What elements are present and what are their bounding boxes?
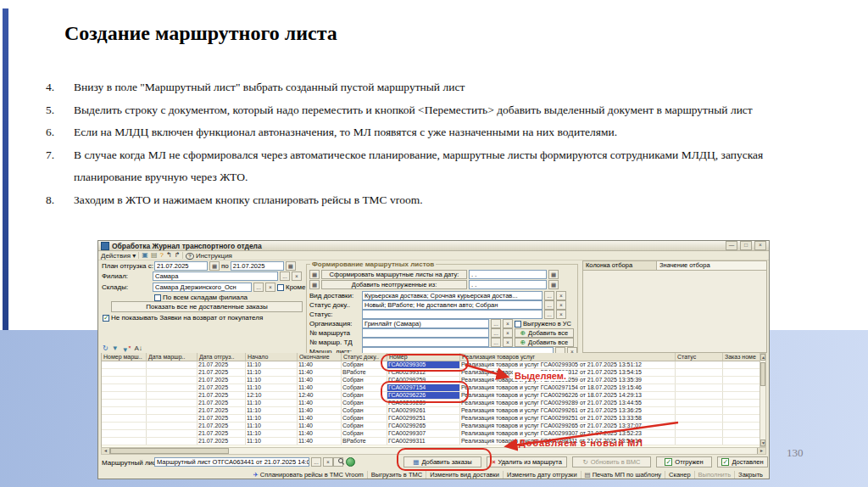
column-header[interactable]: Дата маршр.. bbox=[147, 353, 198, 361]
bottom-button-3[interactable]: Изменить вид доставки bbox=[426, 471, 503, 479]
cell[interactable]: 21.07.2025 bbox=[198, 430, 246, 437]
cell[interactable] bbox=[676, 377, 723, 383]
clear-icon[interactable]: × bbox=[556, 300, 566, 310]
cell[interactable]: 21.07.2025 bbox=[198, 384, 246, 391]
calendar-icon[interactable]: ▦ bbox=[209, 261, 220, 271]
cell[interactable] bbox=[676, 369, 723, 376]
cell[interactable] bbox=[676, 361, 723, 368]
cell[interactable]: 11:10 bbox=[246, 415, 298, 422]
cell[interactable] bbox=[723, 384, 760, 391]
table-row[interactable]: 21.07.202511:1011:40СобранГСА00299307Реа… bbox=[102, 430, 760, 438]
date-from-input[interactable]: 21.07.2025 bbox=[154, 261, 208, 271]
cell[interactable] bbox=[723, 377, 760, 383]
cell[interactable] bbox=[102, 400, 147, 406]
vertical-scrollbar[interactable]: ▲ ▼ bbox=[760, 353, 766, 447]
clear-icon[interactable]: × bbox=[292, 271, 302, 281]
add-unshipped-button[interactable]: Добавить неотгруженные из: bbox=[321, 280, 467, 289]
cell-number[interactable]: ГСА00299311 bbox=[387, 438, 460, 445]
cell[interactable]: 11:40 bbox=[298, 384, 342, 391]
cell[interactable]: Собран bbox=[342, 423, 387, 429]
clear-icon[interactable]: × bbox=[556, 310, 566, 319]
cell[interactable]: Реализация товаров и услуг ГСА00299265 о… bbox=[460, 423, 676, 429]
shipped-button[interactable]: ✓Отгружен bbox=[656, 456, 712, 467]
cell[interactable] bbox=[723, 361, 760, 368]
cell[interactable] bbox=[147, 384, 198, 391]
cell[interactable]: 11:10 bbox=[246, 377, 298, 383]
cell[interactable] bbox=[147, 400, 198, 406]
cell[interactable]: Реализация товаров и услуг ГСА00297154 о… bbox=[460, 384, 676, 391]
cell[interactable]: 11:10 bbox=[246, 361, 298, 368]
cell-number[interactable]: ГСА00299251 bbox=[387, 415, 460, 422]
column-header[interactable]: Статус bbox=[676, 353, 723, 361]
post-doc-icon[interactable]: ▤ bbox=[151, 252, 158, 259]
cell[interactable]: Реализация товаров и услуг ГСА00299289 о… bbox=[460, 400, 676, 406]
cell[interactable]: Собран bbox=[342, 400, 387, 406]
unloaded-us-checkbox[interactable] bbox=[515, 321, 521, 327]
scroll-up-icon[interactable]: ▲ bbox=[760, 354, 765, 361]
delivery-type-input[interactable]: Курьерская доставка; Срочная курьерская … bbox=[362, 291, 542, 300]
column-header[interactable]: Заказ номе bbox=[723, 353, 760, 361]
cell[interactable] bbox=[147, 430, 198, 437]
select-dots-button[interactable]: ... bbox=[491, 319, 501, 328]
organization-input[interactable]: Гринлайт (Самара) bbox=[362, 319, 489, 328]
cell[interactable] bbox=[147, 392, 198, 399]
cell[interactable] bbox=[676, 384, 723, 391]
select-dots-button[interactable]: ... bbox=[280, 271, 290, 281]
add-date-input[interactable]: . . bbox=[469, 280, 547, 289]
date-to-input[interactable]: 21.07.2025 bbox=[231, 261, 284, 271]
select-dots-button[interactable]: ... bbox=[311, 457, 321, 467]
cell[interactable] bbox=[102, 407, 147, 414]
actions-menu[interactable]: Действия ▾ bbox=[101, 252, 136, 260]
select-dots-button[interactable]: ... bbox=[253, 283, 264, 292]
select-dots-button[interactable]: ... bbox=[491, 328, 501, 338]
cell[interactable]: 11:10 bbox=[246, 438, 298, 445]
cell[interactable]: 11:10 bbox=[246, 430, 298, 437]
cell[interactable] bbox=[102, 423, 147, 429]
clear-icon[interactable]: × bbox=[503, 319, 513, 328]
cell[interactable]: 21.07.2025 bbox=[198, 369, 246, 376]
cell[interactable] bbox=[676, 430, 723, 437]
instruction-button[interactable]: ? Инструкция bbox=[186, 252, 232, 260]
show-all-orders-button[interactable]: Показать все не доставленные заказы bbox=[111, 301, 303, 312]
cell[interactable]: ВРаботе bbox=[342, 369, 387, 376]
cell[interactable] bbox=[723, 407, 760, 414]
cell[interactable]: 11:10 bbox=[246, 369, 298, 376]
cell[interactable]: 11:10 bbox=[246, 423, 298, 429]
cell[interactable]: 11:40 bbox=[298, 438, 342, 445]
cell[interactable]: Реализация товаров и услуг ГСА00299251 о… bbox=[460, 415, 676, 422]
cell[interactable]: 21.07.2025 bbox=[198, 400, 246, 406]
krome-checkbox[interactable] bbox=[277, 284, 284, 291]
cell[interactable] bbox=[102, 415, 147, 422]
cell[interactable] bbox=[723, 438, 760, 445]
select-dots-button[interactable]: ... bbox=[544, 300, 554, 310]
bottom-button-2[interactable]: Выгрузить в ТМС bbox=[367, 471, 426, 479]
form-route-sheets-button[interactable]: Сформировать маршрутные листы на дату: bbox=[321, 270, 467, 279]
clear-icon[interactable]: × bbox=[503, 338, 513, 347]
filter-settings-icon[interactable]: ▼ bbox=[112, 345, 119, 352]
doc-status-input[interactable]: Новый; ВРаботе; Не доставлен авто; Собра… bbox=[362, 300, 542, 310]
cell[interactable] bbox=[676, 438, 723, 445]
clear-icon[interactable]: × bbox=[503, 328, 513, 338]
globe-icon[interactable] bbox=[346, 457, 355, 467]
cell[interactable] bbox=[147, 377, 198, 383]
cell[interactable]: 12:40 bbox=[298, 392, 342, 399]
cell[interactable] bbox=[102, 438, 147, 445]
cell[interactable] bbox=[102, 430, 147, 437]
cell[interactable] bbox=[102, 392, 147, 399]
cell[interactable]: ВРаботе bbox=[342, 438, 387, 445]
cell[interactable] bbox=[723, 400, 760, 406]
cell[interactable]: 21.07.2025 bbox=[198, 407, 246, 414]
cell[interactable]: Собран bbox=[342, 415, 387, 422]
table-row[interactable]: 21.07.202511:1011:40СобранГСА00299261Реа… bbox=[102, 407, 760, 415]
bottom-button-6[interactable]: Сканер bbox=[665, 471, 694, 479]
cell[interactable] bbox=[723, 430, 760, 437]
cell-number[interactable]: ГСА00299261 bbox=[387, 407, 460, 414]
cell[interactable]: 11:40 bbox=[298, 423, 342, 429]
cell[interactable] bbox=[147, 423, 198, 429]
column-header[interactable]: Номер марш.. bbox=[102, 353, 147, 361]
add-all-button[interactable]: ⊕Добавить все bbox=[515, 328, 574, 338]
close-icon[interactable]: × bbox=[754, 241, 766, 250]
cell[interactable]: Собран bbox=[342, 430, 387, 437]
cell[interactable]: Реализация товаров и услуг ГСА00299307 о… bbox=[460, 430, 676, 437]
route-number-input[interactable] bbox=[362, 328, 489, 338]
